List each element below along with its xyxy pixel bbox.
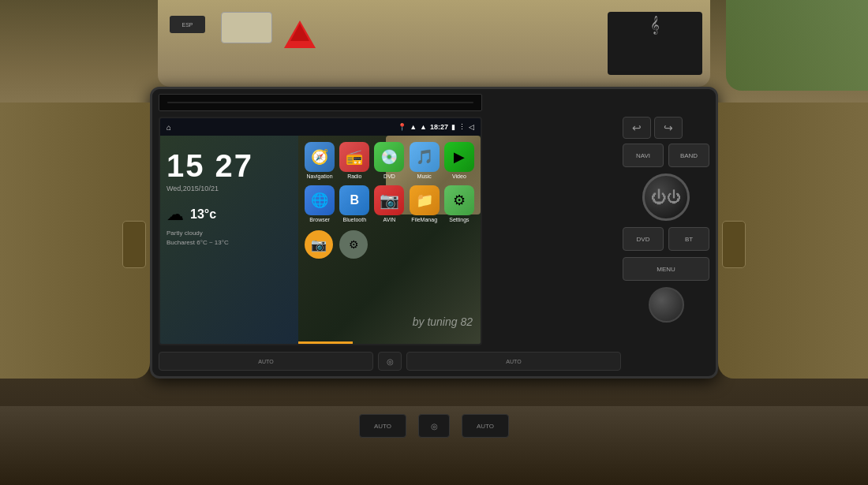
app-video[interactable]: ▶ Video bbox=[444, 142, 474, 179]
bt-button[interactable]: BT bbox=[668, 227, 709, 251]
right-door-handle bbox=[722, 221, 746, 268]
car-exterior-glimpse bbox=[726, 0, 868, 91]
right-body-panel bbox=[718, 103, 868, 379]
center-dial-icon[interactable]: ◎ bbox=[378, 352, 402, 371]
clock-weather-panel: 15 27 Wed,2015/10/21 ☁ 13°c Partly cloud… bbox=[160, 136, 298, 344]
app-music-label: Music bbox=[417, 173, 432, 179]
auto-left-label: AUTO bbox=[258, 359, 273, 364]
cd-slot bbox=[167, 102, 473, 103]
center-button[interactable] bbox=[221, 12, 272, 43]
settings-icon: ⚙ bbox=[444, 185, 474, 215]
app-bluetooth[interactable]: B Bluetooth bbox=[339, 185, 369, 222]
forward-button[interactable]: ↪ bbox=[654, 117, 683, 139]
hazard-button[interactable] bbox=[280, 14, 320, 54]
weather-desc-block: Partly cloudy Bucharest 6°C ~ 13°C bbox=[166, 228, 292, 248]
power-knob-container: ⏻ bbox=[623, 173, 709, 221]
app-avin[interactable]: 📷 AVIN bbox=[374, 185, 404, 222]
dvd-label: DVD bbox=[637, 236, 650, 243]
small-knob-container bbox=[623, 287, 709, 323]
menu-dots: ⋮ bbox=[458, 123, 466, 131]
bt-label: BT bbox=[685, 236, 693, 243]
status-icons: 📍 ▲ ▲ 18:27 ▮ ⋮ ◁ bbox=[398, 123, 474, 131]
app-navigation[interactable]: 🧭 Navigation bbox=[305, 142, 335, 179]
navi-button[interactable]: NAVI bbox=[623, 144, 664, 167]
avin-icon: 📷 bbox=[374, 185, 404, 215]
cd-slot-area bbox=[159, 94, 482, 111]
menu-label: MENU bbox=[657, 266, 675, 273]
menu-button[interactable]: MENU bbox=[623, 257, 709, 281]
top-bezel: ESP 𝄞 bbox=[158, 0, 710, 87]
car-interior: ESP 𝄞 ⌂ 📍 ▲ ▲ bbox=[0, 0, 868, 485]
power-icon: ⏻ bbox=[651, 188, 667, 207]
apps-panel: 🧭 Navigation 📻 Radio 💿 DVD 🎵 bbox=[298, 136, 481, 344]
app-navigation-label: Navigation bbox=[307, 173, 333, 179]
back-arrow-icon: ↩ bbox=[632, 121, 642, 134]
bluetooth-icon: B bbox=[339, 185, 369, 215]
status-bar: ⌂ 📍 ▲ ▲ 18:27 ▮ ⋮ ◁ bbox=[160, 118, 481, 136]
browser-icon: 🌐 bbox=[305, 185, 335, 215]
bottom-trim: AUTO ◎ AUTO bbox=[0, 406, 868, 485]
home-icon: ⌂ bbox=[166, 123, 171, 132]
app-filemanag[interactable]: 📁 FileManag bbox=[410, 185, 440, 222]
volume-knob[interactable] bbox=[649, 287, 684, 323]
settings-dock-icon[interactable]: ⚙ bbox=[339, 230, 368, 259]
bottom-auto-right-label: AUTO bbox=[477, 423, 494, 430]
time-display: 18:27 bbox=[430, 123, 448, 131]
filemanag-icon: 📁 bbox=[410, 185, 440, 215]
apps-grid-row2: 🌐 Browser B Bluetooth 📷 AVIN 📁 bbox=[305, 185, 474, 222]
control-panel: ⌂ 📍 ▲ ▲ 18:27 ▮ ⋮ ◁ 15 27 Wed,2015/10/21 bbox=[150, 87, 718, 379]
bottom-auto-right[interactable]: AUTO bbox=[462, 414, 509, 438]
app-radio[interactable]: 📻 Radio bbox=[339, 142, 369, 179]
back-icon: ◁ bbox=[469, 123, 474, 131]
app-filemanag-label: FileManag bbox=[411, 217, 437, 222]
power-knob[interactable]: ⏻ bbox=[642, 173, 690, 221]
weather-cloud-icon: ☁ bbox=[166, 204, 184, 225]
right-side-controls: ↩ ↪ NAVI BAND ⏻ bbox=[623, 117, 709, 345]
app-avin-label: AVIN bbox=[383, 217, 396, 222]
app-dvd[interactable]: 💿 DVD bbox=[374, 142, 404, 179]
weather-info: 13°c bbox=[190, 207, 216, 222]
radio-icon: 📻 bbox=[339, 142, 369, 172]
dvd-icon: 💿 bbox=[374, 142, 404, 172]
bottom-center-icon: ◎ bbox=[431, 422, 438, 431]
navi-band-row: NAVI BAND bbox=[623, 144, 709, 167]
bottom-center-ctrl[interactable]: ◎ bbox=[418, 414, 450, 438]
home-screen: 15 27 Wed,2015/10/21 ☁ 13°c Partly cloud… bbox=[160, 136, 481, 344]
wifi-icon: ▲ bbox=[420, 123, 427, 131]
screen-tab-indicator bbox=[298, 341, 481, 344]
app-video-label: Video bbox=[452, 173, 466, 179]
band-label: BAND bbox=[680, 152, 698, 159]
music-icon: 🎵 bbox=[410, 142, 440, 172]
auto-left-button[interactable]: AUTO bbox=[159, 352, 373, 371]
esp-label: ESP bbox=[181, 22, 193, 28]
panel-bottom-row: AUTO ◎ AUTO bbox=[159, 352, 621, 372]
weather-description: Partly cloudy bbox=[166, 229, 292, 237]
bottom-auto-left[interactable]: AUTO bbox=[359, 414, 406, 438]
clock-time: 15 27 bbox=[166, 150, 292, 181]
app-music[interactable]: 🎵 Music bbox=[410, 142, 440, 179]
app-settings[interactable]: ⚙ Settings bbox=[444, 185, 474, 222]
app-browser[interactable]: 🌐 Browser bbox=[305, 185, 335, 222]
auto-right-button[interactable]: AUTO bbox=[406, 352, 621, 371]
auto-right-label: AUTO bbox=[506, 359, 521, 364]
video-icon: ▶ bbox=[444, 142, 474, 172]
app-settings-label: Settings bbox=[449, 217, 469, 222]
app-browser-label: Browser bbox=[309, 217, 330, 222]
apps-grid: 🧭 Navigation 📻 Radio 💿 DVD 🎵 bbox=[305, 142, 474, 179]
left-door-handle bbox=[122, 221, 146, 268]
left-body-panel bbox=[0, 103, 150, 379]
nav-arrow-buttons: ↩ ↪ bbox=[623, 117, 709, 139]
navigation-icon: 🧭 bbox=[305, 142, 335, 172]
band-button[interactable]: BAND bbox=[668, 144, 709, 167]
esp-button[interactable]: ESP bbox=[170, 16, 205, 33]
dvd-button[interactable]: DVD bbox=[623, 227, 664, 251]
bottom-auto-left-label: AUTO bbox=[374, 423, 391, 430]
weather-section: ☁ 13°c bbox=[166, 204, 292, 225]
back-button[interactable]: ↩ bbox=[623, 117, 651, 139]
clock-date: Wed,2015/10/21 bbox=[166, 185, 292, 192]
weather-location: Bucharest 6°C ~ 13°C bbox=[166, 239, 292, 247]
bottom-trim-controls: AUTO ◎ AUTO bbox=[174, 414, 694, 438]
camera-dock-icon[interactable]: 📷 bbox=[305, 230, 333, 259]
navi-label: NAVI bbox=[636, 152, 650, 159]
right-bezel-controls: 𝄞 bbox=[608, 12, 702, 75]
